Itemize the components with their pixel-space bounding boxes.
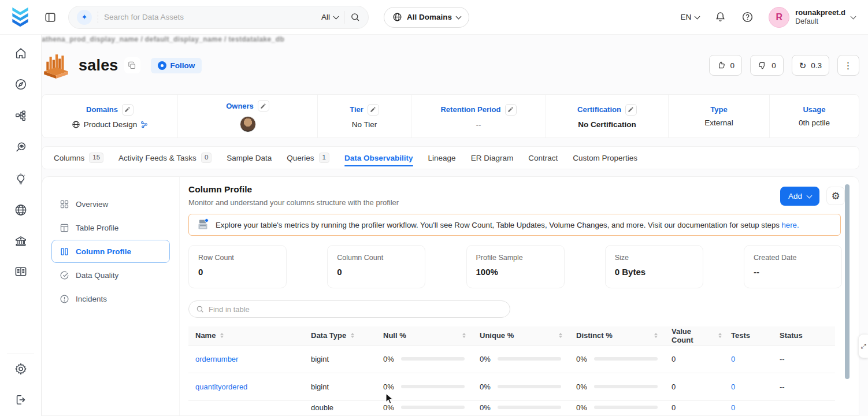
language-label: EN	[681, 13, 692, 21]
downvote-button[interactable]: 0	[750, 55, 784, 76]
nav-item-overview[interactable]: Overview	[51, 192, 170, 216]
language-dropdown[interactable]: EN	[681, 13, 700, 21]
gear-icon: ⚙	[831, 190, 840, 202]
vertical-scrollbar[interactable]	[845, 184, 850, 379]
section-subtitle: Monitor and understand your columns stru…	[188, 198, 399, 207]
unique-pct-bar	[498, 406, 561, 409]
settings-gear-icon[interactable]	[14, 362, 27, 376]
tab-queries[interactable]: Queries1	[287, 147, 329, 169]
domains-hierarchy-icon[interactable]	[14, 109, 27, 122]
govern-bank-icon[interactable]	[14, 235, 27, 248]
search-scope-dropdown[interactable]: All	[321, 13, 338, 21]
tests-link[interactable]: 0	[731, 403, 735, 412]
edit-retention-icon[interactable]	[505, 104, 517, 116]
distinct-pct-bar	[594, 406, 658, 409]
sort-icon[interactable]	[351, 333, 354, 338]
profile-stat-cards: Row Count 0 Column Count 0 Profile Sampl…	[188, 245, 842, 288]
tab-sample-data[interactable]: Sample Data	[227, 147, 272, 169]
stat-card-created-date: Created Date --	[744, 245, 842, 288]
subdomain-link-icon[interactable]	[140, 121, 148, 128]
help-icon[interactable]	[741, 11, 754, 23]
edit-owners-icon[interactable]	[258, 100, 269, 112]
glossary-book-icon[interactable]	[14, 265, 27, 278]
follow-label: Follow	[170, 61, 195, 70]
breadcrumb[interactable]: athena_prod_display_name / default_displ…	[42, 35, 284, 43]
edit-domains-icon[interactable]	[122, 104, 133, 116]
entity-metadata-bar: Domains Product Design Owners Tier No Ti…	[42, 94, 859, 138]
sort-icon[interactable]	[718, 333, 722, 338]
user-avatar[interactable]: R	[769, 7, 789, 28]
null-pct-value: 0%	[383, 403, 394, 412]
search-input[interactable]	[104, 13, 316, 21]
upvote-button[interactable]: 0	[709, 55, 743, 76]
profiler-settings-button[interactable]: ⚙	[826, 187, 845, 205]
observability-icon[interactable]	[14, 141, 27, 154]
notifications-bell-icon[interactable]	[714, 11, 726, 23]
user-menu[interactable]: R rounakpreet.d Default	[769, 7, 855, 28]
null-pct-value: 0%	[383, 355, 394, 363]
stat-card-row-count: Row Count 0	[188, 245, 287, 288]
copy-icon[interactable]	[124, 57, 140, 73]
column-name-link[interactable]: ordernumber	[195, 355, 238, 363]
tests-link[interactable]: 0	[731, 355, 735, 363]
sidebar-toggle-icon[interactable]	[44, 11, 57, 24]
ai-sparkle-icon[interactable]: ✦	[77, 10, 92, 25]
metadata-type: Type External	[668, 95, 769, 138]
nav-item-data-quality[interactable]: Data Quality	[51, 263, 170, 287]
tests-link[interactable]: 0	[731, 382, 735, 391]
sort-icon[interactable]	[559, 333, 562, 338]
value-count-cell: 0	[665, 400, 724, 412]
tab-activity-feeds[interactable]: Activity Feeds & Tasks0	[118, 147, 212, 169]
sort-icon[interactable]	[462, 333, 466, 338]
section-title: Column Profile	[188, 184, 399, 195]
header-name[interactable]: Name	[188, 326, 304, 345]
banner-docs-link[interactable]: here.	[782, 221, 799, 229]
logout-icon[interactable]	[14, 393, 27, 406]
tab-er-diagram[interactable]: ER Diagram	[471, 147, 514, 169]
incidents-alert-icon	[60, 294, 69, 304]
header-value-count[interactable]: Value Count	[665, 326, 724, 345]
home-icon[interactable]	[14, 47, 27, 60]
nav-item-table-profile[interactable]: Table Profile	[51, 216, 170, 239]
owner-avatar[interactable]	[240, 116, 256, 132]
header-data-type[interactable]: Data Type	[304, 326, 376, 345]
banner-text: Explore your table's metrics by running …	[216, 221, 780, 229]
nav-item-column-profile[interactable]: Column Profile	[51, 240, 170, 263]
null-pct-bar	[401, 406, 465, 409]
domains-globe-icon[interactable]	[14, 203, 27, 217]
null-pct-value: 0%	[383, 382, 394, 391]
tab-contract[interactable]: Contract	[528, 147, 558, 169]
explore-compass-icon[interactable]	[14, 78, 27, 91]
divider	[7, 354, 34, 354]
header-null-pct[interactable]: Null %	[376, 326, 473, 345]
global-search[interactable]: ✦ All	[68, 6, 369, 29]
add-button[interactable]: Add	[780, 187, 819, 206]
all-domains-dropdown[interactable]: All Domains	[384, 7, 469, 28]
sort-icon[interactable]	[654, 333, 658, 338]
tab-data-observability[interactable]: Data Observability	[344, 147, 413, 169]
header-unique-pct[interactable]: Unique %	[473, 326, 569, 345]
tab-columns[interactable]: Columns15	[54, 147, 103, 169]
collate-logo-icon[interactable]	[10, 6, 30, 29]
find-in-table-search[interactable]	[188, 300, 510, 318]
tab-lineage[interactable]: Lineage	[428, 147, 456, 169]
search-icon[interactable]	[350, 12, 360, 22]
globe-icon	[392, 12, 402, 22]
edit-tier-icon[interactable]	[368, 104, 379, 116]
sort-icon[interactable]	[220, 333, 224, 338]
nav-item-incidents[interactable]: Incidents	[51, 287, 170, 310]
domain-value[interactable]: Product Design	[84, 120, 137, 129]
search-scope-label: All	[321, 13, 330, 21]
find-in-table-input[interactable]	[209, 305, 503, 314]
edit-certification-icon[interactable]	[625, 104, 637, 116]
data-quality-check-icon	[60, 270, 69, 280]
insights-lightbulb-icon[interactable]	[14, 173, 27, 185]
column-name-link[interactable]: quantityordered	[195, 382, 247, 391]
panel-expand-handle[interactable]: ⤢	[858, 334, 868, 358]
value-count-cell: 0	[665, 345, 724, 373]
more-options-button[interactable]: ⋮	[837, 55, 859, 76]
version-button[interactable]: ↻ 0.3	[792, 55, 829, 76]
follow-button[interactable]: Follow	[151, 58, 202, 73]
header-distinct-pct[interactable]: Distinct %	[569, 326, 665, 345]
tab-custom-properties[interactable]: Custom Properties	[573, 147, 637, 169]
